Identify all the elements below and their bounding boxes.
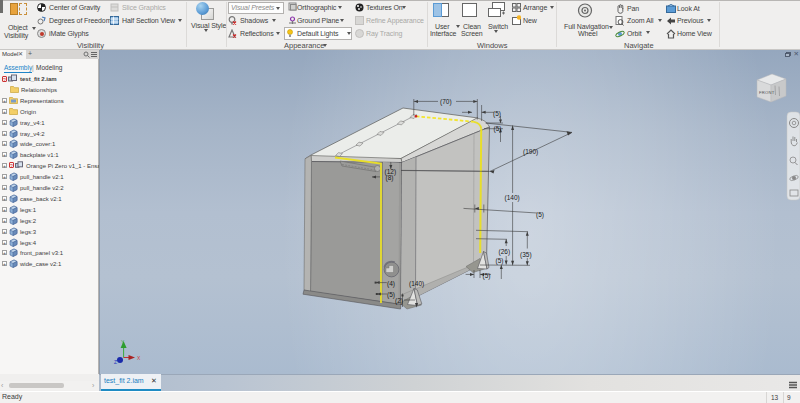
svg-text:X: X <box>137 355 141 361</box>
svg-text:(190): (190) <box>523 148 538 156</box>
svg-text:(70): (70) <box>440 98 452 106</box>
svg-text:(5): (5) <box>483 272 491 280</box>
svg-text:(35): (35) <box>520 251 532 259</box>
svg-text:(4): (4) <box>387 280 395 288</box>
svg-text:(8): (8) <box>386 174 394 182</box>
svg-text:(5): (5) <box>387 291 395 299</box>
svg-text:(140): (140) <box>505 194 520 202</box>
svg-text:(2): (2) <box>395 297 403 305</box>
svg-text:(26): (26) <box>499 248 511 256</box>
svg-text:(5): (5) <box>496 257 504 265</box>
svg-text:(5): (5) <box>493 110 501 118</box>
svg-text:Z: Z <box>114 359 117 365</box>
svg-text:(5): (5) <box>536 211 544 219</box>
svg-text:(140): (140) <box>409 280 424 288</box>
svg-text:FRONT: FRONT <box>759 90 775 95</box>
svg-text:(5): (5) <box>494 125 502 133</box>
